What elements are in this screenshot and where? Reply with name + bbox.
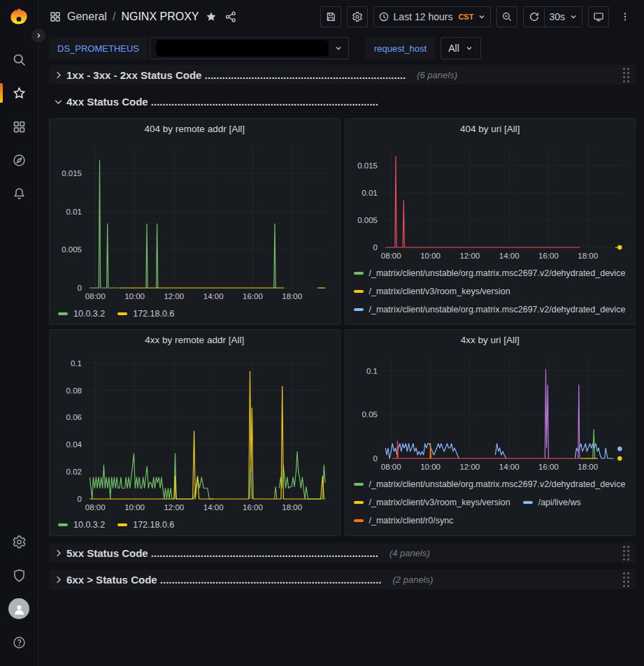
row-panel-count: (2 panels) — [393, 574, 434, 585]
legend-item[interactable]: /_matrix/client/unstable/org.matrix.msc2… — [354, 264, 626, 282]
search-icon — [12, 52, 27, 67]
chevron-down-icon — [465, 44, 473, 52]
breadcrumb-folder[interactable]: General — [67, 10, 107, 23]
svg-text:08:00: 08:00 — [380, 463, 401, 471]
legend-item[interactable]: 172.18.0.6 — [117, 516, 174, 534]
refresh-button[interactable] — [523, 6, 544, 27]
panel-title[interactable]: 4xx by uri [All] — [351, 330, 630, 351]
time-range-picker[interactable]: Last 12 hours CST — [373, 6, 492, 27]
panel-title[interactable]: 404 by uri [All] — [351, 119, 630, 140]
legend-item[interactable]: /_matrix/client/v3/room_keys/version — [354, 493, 510, 512]
refresh-interval-picker[interactable]: 30s — [544, 6, 582, 27]
row-drag-handle[interactable] — [622, 67, 630, 82]
svg-text:0.1: 0.1 — [366, 367, 378, 375]
svg-text:10:00: 10:00 — [124, 503, 145, 512]
series-label: 10.0.3.2 — [73, 309, 105, 319]
grafana-logo-icon[interactable] — [7, 6, 31, 30]
series-color-swatch — [117, 523, 127, 526]
row-drag-handle[interactable] — [622, 572, 630, 587]
row-header-1xx-3xx-2xx[interactable]: 1xx - 3xx - 2xx Status Code ............… — [49, 65, 636, 85]
sidebar-item-search[interactable] — [0, 43, 38, 76]
chevron-down-icon — [569, 13, 578, 21]
series-color-swatch — [58, 312, 68, 315]
series-color-swatch — [58, 523, 68, 526]
chart-legend: 10.0.3.2172.18.0.6 — [55, 514, 334, 535]
series-color-swatch — [354, 272, 364, 275]
cycle-view-mode-button[interactable] — [588, 6, 609, 27]
row-header-5xx[interactable]: 5xx Status Code ........................… — [49, 543, 636, 563]
legend-item[interactable]: /_matrix/client/unstable/org.matrix.msc2… — [354, 475, 626, 493]
dashboard-canvas: 1xx - 3xx - 2xx Status Code ............… — [49, 63, 636, 666]
sidebar-item-configuration[interactable] — [0, 525, 38, 558]
legend-item[interactable]: /api/live/ws — [523, 493, 581, 512]
legend-item[interactable]: 172.18.0.6 — [117, 305, 174, 323]
timeseries-chart[interactable]: 08:0010:0012:0014:0016:0018:0000.0050.01… — [55, 140, 335, 303]
request-host-variable-value[interactable]: All — [441, 37, 481, 59]
series-label: 10.0.3.2 — [73, 520, 105, 530]
save-dashboard-button[interactable] — [320, 6, 341, 27]
series-color-swatch — [523, 501, 533, 504]
shield-icon — [12, 568, 27, 583]
zoom-out-time-button[interactable] — [496, 6, 517, 27]
gear-icon — [12, 535, 27, 549]
timeseries-chart[interactable]: 08:0010:0012:0014:0016:0018:0000.0050.01… — [351, 140, 631, 264]
avatar — [8, 598, 29, 619]
dashboard-settings-button[interactable] — [347, 6, 368, 27]
panel-title[interactable]: 4xx by remote addr [All] — [55, 330, 334, 351]
favorite-star-icon[interactable] — [205, 10, 217, 23]
legend-item[interactable]: /_matrix/client/v3/room_keys/version — [354, 282, 510, 301]
timeseries-chart[interactable]: 08:0010:0012:0014:0016:0018:0000.050.1 — [351, 351, 631, 475]
row-header-6xx[interactable]: 6xx > Status Code ......................… — [49, 570, 636, 589]
legend-item[interactable]: /sw.js — [523, 319, 560, 324]
legend-item[interactable]: /_matrix/client/unstable/org.matrix.msc2… — [354, 530, 626, 535]
request-host-selected: All — [448, 43, 459, 54]
dashboards-grid-icon — [12, 120, 27, 134]
series-label: /_matrix/client/v3/room_keys/version — [369, 287, 510, 296]
legend-item[interactable]: 10.0.3.2 — [58, 305, 105, 323]
svg-text:18:00: 18:00 — [282, 503, 302, 512]
row-header-4xx[interactable]: 4xx Status Code ........................… — [49, 92, 636, 111]
breadcrumb: General / NGINX PROXY — [49, 10, 237, 23]
apps-icon — [49, 10, 62, 23]
svg-text:10:00: 10:00 — [124, 292, 145, 301]
row-panel-count: (6 panels) — [417, 70, 457, 80]
legend-item[interactable]: /_matrix/client/r0/sync — [354, 512, 454, 530]
series-color-swatch — [354, 290, 364, 293]
datasource-variable-label[interactable]: DS_PROMETHEUS — [49, 37, 148, 59]
svg-text:18:00: 18:00 — [282, 292, 302, 301]
expand-sidebar-button[interactable] — [31, 29, 45, 43]
series-color-swatch — [354, 483, 364, 486]
help-icon — [12, 635, 27, 650]
sidebar-item-server-admin[interactable] — [0, 558, 38, 592]
share-icon[interactable] — [224, 10, 237, 23]
more-options-button[interactable] — [615, 6, 636, 27]
panel-title[interactable]: 404 by remote addr [All] — [55, 119, 334, 140]
svg-text:16:00: 16:00 — [538, 252, 559, 260]
sidebar-item-profile[interactable] — [0, 592, 38, 625]
svg-text:0.06: 0.06 — [66, 413, 82, 421]
svg-text:0: 0 — [78, 495, 82, 503]
row-title: 1xx - 3xx - 2xx Status Code ............… — [66, 69, 406, 81]
breadcrumb-separator: / — [113, 10, 115, 23]
legend-item[interactable]: /_matrix/client/v3/room_keys/version — [354, 319, 510, 324]
row-title: 4xx Status Code ........................… — [66, 96, 378, 108]
sidebar-item-help[interactable] — [0, 625, 38, 659]
sidebar — [0, 0, 38, 666]
datasource-variable-value[interactable] — [150, 37, 349, 59]
drag-dots-icon — [622, 67, 630, 82]
legend-item[interactable]: 10.0.3.2 — [58, 516, 105, 534]
sidebar-item-starred[interactable] — [0, 76, 38, 110]
series-color-swatch — [117, 312, 127, 315]
timeseries-chart[interactable]: 08:0010:0012:0014:0016:0018:0000.020.040… — [55, 351, 335, 514]
series-label: /_matrix/client/unstable/org.matrix.msc2… — [369, 305, 626, 314]
legend-item[interactable]: /_matrix/client/unstable/org.matrix.msc2… — [354, 301, 626, 319]
row-drag-handle[interactable] — [622, 545, 630, 560]
request-host-variable-label[interactable]: request_host — [366, 37, 435, 59]
row-title: 6xx > Status Code ......................… — [66, 574, 382, 586]
series-color-swatch — [354, 501, 364, 504]
sidebar-item-dashboards[interactable] — [0, 110, 38, 143]
clock-icon — [378, 11, 389, 22]
svg-text:0.015: 0.015 — [357, 161, 378, 170]
sidebar-item-explore[interactable] — [0, 143, 38, 177]
sidebar-item-alerting[interactable] — [0, 177, 38, 210]
